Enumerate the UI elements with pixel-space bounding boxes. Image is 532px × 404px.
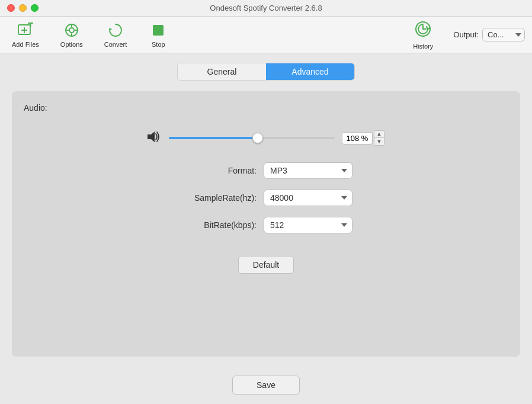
volume-input[interactable] — [342, 132, 373, 145]
save-row: Save — [0, 366, 532, 404]
bit-rate-select[interactable]: 128 192 256 320 512 — [264, 217, 352, 233]
toolbar-right: History Output: Co... — [408, 17, 525, 52]
minimize-button[interactable] — [19, 4, 27, 12]
svg-marker-16 — [148, 132, 155, 142]
stop-button[interactable]: Stop — [143, 20, 173, 50]
format-row: Format: MP3 AAC FLAC WAV OGG AIFF — [180, 162, 352, 179]
volume-icon — [148, 131, 162, 146]
default-btn-row: Default — [238, 256, 294, 274]
add-files-label: Add Files — [12, 41, 39, 48]
convert-icon — [107, 22, 124, 39]
tab-general[interactable]: General — [178, 63, 266, 80]
volume-row: ▲ ▼ — [24, 130, 508, 146]
volume-stepper: ▲ ▼ — [374, 130, 384, 146]
toolbar: Add Files Options — [0, 17, 532, 53]
volume-slider[interactable] — [169, 137, 335, 139]
title-bar: Ondesoft Spotify Converter 2.6.8 — [0, 0, 532, 17]
tab-group: General Advanced — [177, 63, 355, 81]
volume-value-container: ▲ ▼ — [342, 130, 384, 146]
format-label: Format: — [180, 166, 257, 175]
window-title: Ondesoft Spotify Converter 2.6.8 — [210, 4, 322, 12]
bit-rate-label: BitRate(kbps): — [180, 220, 257, 230]
stop-icon — [150, 22, 166, 39]
form-rows: Format: MP3 AAC FLAC WAV OGG AIFF Sample… — [24, 162, 508, 274]
history-icon — [414, 20, 432, 40]
output-label: Output: — [453, 30, 479, 39]
output-area: Output: Co... — [453, 28, 525, 41]
tab-switcher: General Advanced — [12, 63, 520, 81]
convert-label: Convert — [104, 41, 127, 48]
close-button[interactable] — [7, 4, 15, 12]
sample-rate-select[interactable]: 22050 44100 48000 96000 — [264, 190, 352, 206]
default-button[interactable]: Default — [238, 256, 294, 274]
toolbar-left: Add Files Options — [7, 20, 408, 50]
add-files-button[interactable]: Add Files — [7, 20, 44, 50]
bit-rate-row: BitRate(kbps): 128 192 256 320 512 — [180, 217, 352, 233]
save-button[interactable]: Save — [232, 376, 300, 395]
volume-slider-container — [169, 132, 335, 144]
sample-rate-label: SampleRate(hz): — [180, 193, 257, 203]
format-select[interactable]: MP3 AAC FLAC WAV OGG AIFF — [264, 162, 352, 179]
add-files-icon — [17, 22, 34, 39]
audio-panel: Audio: ▲ ▼ — [12, 91, 520, 357]
volume-decrement-button[interactable]: ▼ — [374, 138, 384, 145]
options-label: Options — [60, 41, 83, 48]
tab-advanced[interactable]: Advanced — [266, 63, 354, 80]
main-content: General Advanced Audio: ▲ ▼ — [0, 53, 532, 366]
options-icon — [63, 22, 80, 39]
history-button[interactable]: History — [408, 17, 438, 52]
history-label: History — [413, 43, 433, 50]
convert-button[interactable]: Convert — [100, 20, 132, 50]
sample-rate-row: SampleRate(hz): 22050 44100 48000 96000 — [180, 190, 352, 206]
volume-increment-button[interactable]: ▲ — [374, 131, 384, 138]
svg-rect-12 — [153, 25, 164, 36]
audio-section-title: Audio: — [24, 103, 508, 113]
svg-point-6 — [69, 28, 74, 33]
traffic-lights — [7, 4, 39, 12]
options-button[interactable]: Options — [56, 20, 88, 50]
output-select[interactable]: Co... — [482, 28, 525, 41]
maximize-button[interactable] — [31, 4, 39, 12]
stop-label: Stop — [152, 41, 165, 48]
